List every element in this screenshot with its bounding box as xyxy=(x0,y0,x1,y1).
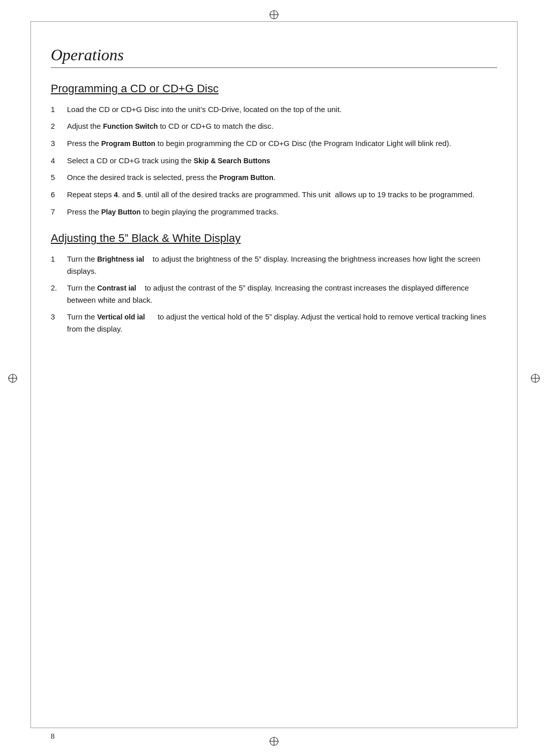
reg-mark-left xyxy=(7,373,18,384)
inline-bold: Brightness ial xyxy=(97,255,144,263)
inline-bold: Vertical old ial xyxy=(97,313,145,321)
list-text: Repeat steps 4. and 5. until all of the … xyxy=(67,189,497,201)
list-item: 7 Press the Play Button to begin playing… xyxy=(51,206,497,218)
inline-bold: Skip & Search Buttons xyxy=(194,157,270,165)
list-number: 1 xyxy=(51,253,67,265)
page-border-bottom xyxy=(30,728,518,728)
list-text: Turn the Vertical old ial to adjust the … xyxy=(67,311,497,335)
reg-mark-top xyxy=(268,9,280,20)
inline-bold: 5 xyxy=(137,191,141,199)
list-number: 7 xyxy=(51,206,67,218)
list-number: 2. xyxy=(51,282,67,294)
page-border-right xyxy=(517,21,518,728)
list-item: 1 Turn the Brightness ial to adjust the … xyxy=(51,253,497,277)
list-text: Select a CD or CD+G track using the Skip… xyxy=(67,155,497,167)
list-text: Once the desired track is selected, pres… xyxy=(67,171,497,184)
list-item: 1 Load the CD or CD+G Disc into the unit… xyxy=(51,103,497,115)
page-border-top xyxy=(30,21,518,22)
page-number: 8 xyxy=(51,732,55,741)
list-text: Press the Play Button to begin playing t… xyxy=(67,206,497,218)
list-number: 4 xyxy=(51,155,67,166)
list-item: 2. Turn the Contrast ial to adjust the c… xyxy=(51,282,497,306)
inline-bold: Program Button xyxy=(101,139,156,148)
content-area: Operations Programming a CD or CD+G Disc… xyxy=(51,30,497,335)
section-programming: Programming a CD or CD+G Disc 1 Load the… xyxy=(51,82,497,218)
list-text: Turn the Contrast ial to adjust the cont… xyxy=(67,282,497,306)
reg-mark-right xyxy=(530,373,541,384)
list-item: 5 Once the desired track is selected, pr… xyxy=(51,171,497,184)
inline-bold: Play Button xyxy=(101,208,141,216)
inline-bold: Contrast ial xyxy=(97,284,136,292)
page-border-left xyxy=(30,21,31,728)
list-item: 3 Turn the Vertical old ial to adjust th… xyxy=(51,311,497,335)
list-number: 1 xyxy=(51,103,67,115)
list-number: 3 xyxy=(51,311,67,322)
list-number: 6 xyxy=(51,189,67,200)
adjusting-list: 1 Turn the Brightness ial to adjust the … xyxy=(51,253,497,335)
reg-mark-bottom xyxy=(268,736,280,747)
section-adjusting: Adjusting the 5” Black & White Display 1… xyxy=(51,232,497,335)
page: 8 Operations Programming a CD or CD+G Di… xyxy=(0,0,548,756)
list-text: Load the CD or CD+G Disc into the unit’s… xyxy=(67,103,497,115)
section-programming-heading: Programming a CD or CD+G Disc xyxy=(51,82,497,95)
list-item: 3 Press the Program Button to begin prog… xyxy=(51,137,497,150)
section-adjusting-heading: Adjusting the 5” Black & White Display xyxy=(51,232,497,245)
list-item: 6 Repeat steps 4. and 5. until all of th… xyxy=(51,189,497,201)
list-number: 5 xyxy=(51,171,67,183)
page-title: Operations xyxy=(51,46,497,68)
list-number: 3 xyxy=(51,137,67,149)
inline-bold: Function Switch xyxy=(103,122,158,130)
programming-list: 1 Load the CD or CD+G Disc into the unit… xyxy=(51,103,497,218)
list-text: Press the Program Button to begin progra… xyxy=(67,137,497,150)
list-text: Adjust the Function Switch to CD or CD+G… xyxy=(67,120,497,132)
list-number: 2 xyxy=(51,120,67,132)
inline-bold: 4 xyxy=(114,191,118,199)
list-item: 2 Adjust the Function Switch to CD or CD… xyxy=(51,120,497,132)
inline-bold: Program Button xyxy=(219,173,273,182)
list-item: 4 Select a CD or CD+G track using the Sk… xyxy=(51,155,497,167)
list-text: Turn the Brightness ial to adjust the br… xyxy=(67,253,497,277)
